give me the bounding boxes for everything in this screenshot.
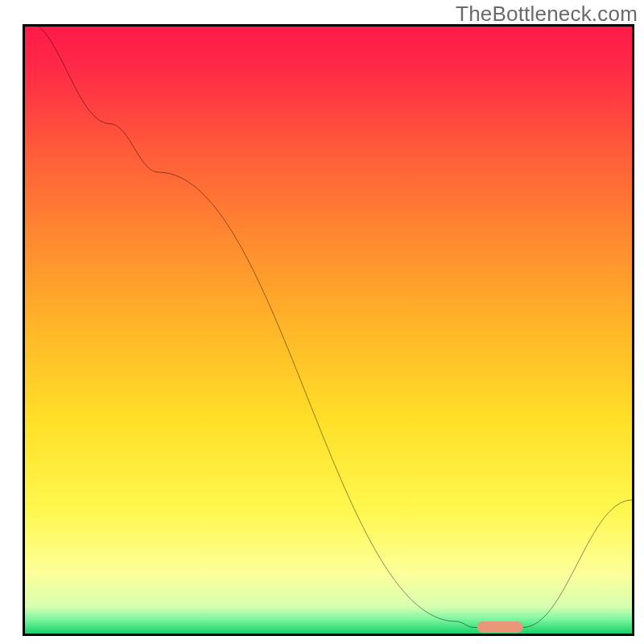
plot-svg [25, 27, 632, 634]
plot-area [23, 24, 634, 636]
gradient-rect [25, 27, 632, 634]
watermark-text: TheBottleneck.com [456, 2, 638, 27]
chart-frame: TheBottleneck.com [0, 0, 644, 644]
optimal-marker [477, 621, 523, 633]
